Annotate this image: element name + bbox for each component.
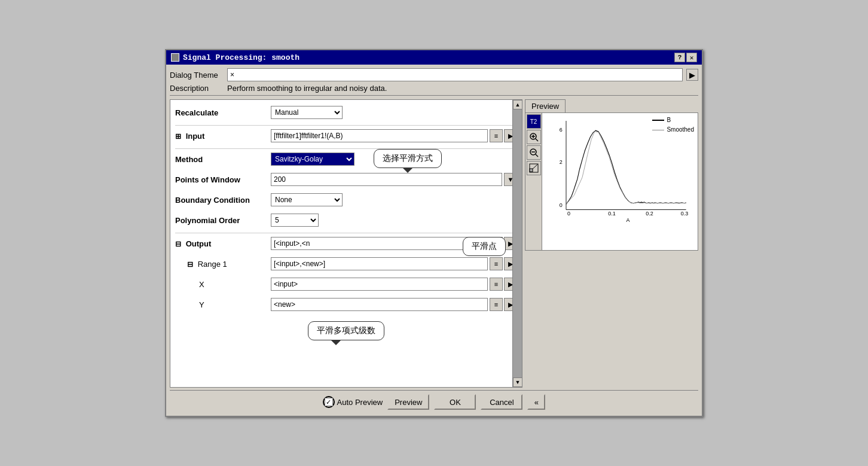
dialog-theme-arrow-button[interactable]: ▶ — [686, 69, 698, 81]
callout-method: 选择平滑方式 — [374, 149, 442, 168]
chart-area: B Smoothed 6 2 0 — [542, 113, 698, 250]
title-bar-buttons: ? ✕ — [674, 53, 697, 62]
t2-button[interactable]: T2 — [527, 114, 541, 129]
title-bar: Signal Processing: smooth ? ✕ — [166, 50, 702, 65]
preview-button[interactable]: Preview — [387, 394, 429, 410]
svg-text:6: 6 — [560, 127, 563, 133]
svg-rect-9 — [530, 169, 533, 172]
auto-preview-label: Auto Preview — [337, 398, 383, 407]
callout-points: 平滑点 — [463, 237, 506, 256]
recalculate-select[interactable]: Manual Auto — [271, 106, 343, 119]
window-title: Signal Processing: smooth — [183, 53, 299, 62]
x-label: X — [175, 280, 271, 289]
recalculate-label: Recalculate — [175, 108, 271, 117]
output-label: ⊟ Output — [175, 239, 271, 248]
legend-b-label: B — [667, 115, 671, 125]
range1-field[interactable] — [271, 257, 488, 270]
points-input[interactable] — [271, 173, 502, 186]
x-field[interactable] — [271, 278, 488, 291]
collapse-button[interactable]: « — [527, 394, 545, 410]
close-button[interactable]: ✕ — [686, 53, 697, 62]
x-row: X ≡ ▶ — [175, 276, 517, 292]
legend-smoothed-line — [652, 130, 664, 130]
method-label: Method — [175, 155, 271, 164]
zoom-out-button[interactable] — [527, 145, 541, 160]
callout-poly-text: 平滑多项式级数 — [317, 325, 375, 335]
output-field[interactable] — [271, 237, 488, 250]
preview-content: T2 — [525, 112, 698, 251]
boundary-select[interactable]: None Periodic Zero — [271, 193, 343, 206]
ok-button[interactable]: OK — [434, 394, 476, 410]
svg-text:0: 0 — [560, 202, 563, 208]
svg-text:0.3: 0.3 — [681, 211, 689, 217]
output-label-text: Output — [186, 239, 212, 248]
points-row: Points of Window ▼ — [175, 172, 517, 187]
dialog-theme-label: Dialog Theme — [170, 71, 224, 80]
y-options-button[interactable]: ≡ — [490, 298, 503, 311]
left-panel-wrapper: Recalculate Manual Auto ⊞ Input — [170, 99, 522, 388]
footer-row: ✓ Auto Preview Preview OK Cancel « — [170, 390, 698, 412]
callout-poly: 平滑多项式级数 — [308, 321, 384, 340]
description-row: Description Perform smoothing to irregul… — [170, 84, 698, 96]
title-icon — [171, 53, 179, 62]
svg-text:A: A — [626, 217, 629, 223]
output-collapse-icon[interactable]: ⊟ — [175, 240, 181, 248]
y-field[interactable] — [271, 298, 488, 311]
scroll-up-button[interactable]: ▲ — [513, 100, 522, 109]
callout-points-text: 平滑点 — [472, 241, 497, 251]
auto-preview-checkbox[interactable]: ✓ — [325, 398, 333, 406]
range1-options-button[interactable]: ≡ — [490, 257, 503, 270]
svg-text:0.1: 0.1 — [608, 211, 616, 217]
range1-label: ⊟ Range 1 — [175, 260, 271, 269]
input-field[interactable] — [271, 129, 488, 142]
description-label: Description — [170, 84, 224, 93]
legend-smoothed-label: Smoothed — [667, 125, 694, 135]
rescale-button[interactable] — [527, 161, 541, 175]
svg-text:2: 2 — [560, 159, 563, 165]
boundary-row: Boundary Condition None Periodic Zero — [175, 192, 517, 208]
range1-label-text: Range 1 — [198, 260, 227, 269]
points-label: Points of Window — [175, 175, 271, 184]
poly-order-label: Polynomial Order — [175, 216, 271, 225]
method-select[interactable]: Savitzky-Golay Adjacent Averaging Percen… — [271, 153, 354, 166]
dialog-theme-row: Dialog Theme ▶ — [170, 68, 698, 81]
scroll-down-button[interactable]: ▼ — [513, 377, 522, 387]
vertical-scrollbar[interactable]: ▲ ▼ — [512, 100, 522, 387]
range1-collapse-icon[interactable]: ⊟ — [187, 260, 193, 269]
y-label: Y — [175, 300, 271, 309]
boundary-label: Boundary Condition — [175, 196, 271, 205]
preview-panel: Preview T2 — [525, 99, 698, 388]
input-label: ⊞ Input — [175, 132, 271, 141]
preview-bottom-space — [525, 251, 698, 388]
input-options-button[interactable]: ≡ — [490, 129, 503, 142]
legend-b-line — [652, 120, 664, 121]
scroll-track — [513, 109, 522, 377]
main-window: Signal Processing: smooth ? ✕ Dialog The… — [165, 49, 703, 417]
recalculate-row: Recalculate Manual Auto — [175, 105, 517, 120]
y-row: Y ≡ ▶ — [175, 297, 517, 312]
description-text: Perform smoothing to irregular and noisy… — [227, 84, 387, 93]
preview-toolbar: T2 — [525, 113, 542, 250]
input-label-text: Input — [186, 132, 205, 141]
x-options-button[interactable]: ≡ — [490, 278, 503, 291]
zoom-in-button[interactable] — [527, 130, 541, 144]
poly-order-select[interactable]: 1234 567 — [271, 214, 319, 227]
main-content: Recalculate Manual Auto ⊞ Input — [170, 99, 698, 388]
svg-text:0.2: 0.2 — [646, 211, 653, 217]
input-expand-icon[interactable]: ⊞ — [175, 132, 181, 141]
auto-preview-group: ✓ Auto Preview — [323, 396, 383, 408]
window-body: Dialog Theme ▶ Description Perform smoot… — [166, 65, 702, 416]
preview-tab[interactable]: Preview — [525, 99, 566, 112]
range1-row: ⊟ Range 1 ≡ ▶ — [175, 256, 517, 272]
poly-order-row: Polynomial Order 1234 567 — [175, 212, 517, 228]
chart-legend: B Smoothed — [652, 115, 694, 135]
input-row: ⊞ Input ≡ ▶ — [175, 128, 517, 144]
cancel-button[interactable]: Cancel — [481, 394, 522, 410]
callout-method-text: 选择平滑方式 — [383, 153, 433, 163]
dialog-theme-input[interactable] — [227, 68, 683, 81]
svg-line-1 — [536, 139, 538, 141]
svg-line-5 — [536, 154, 538, 157]
help-button[interactable]: ? — [674, 53, 685, 62]
auto-preview-checkbox-circle: ✓ — [323, 396, 335, 408]
svg-text:0: 0 — [567, 211, 570, 217]
